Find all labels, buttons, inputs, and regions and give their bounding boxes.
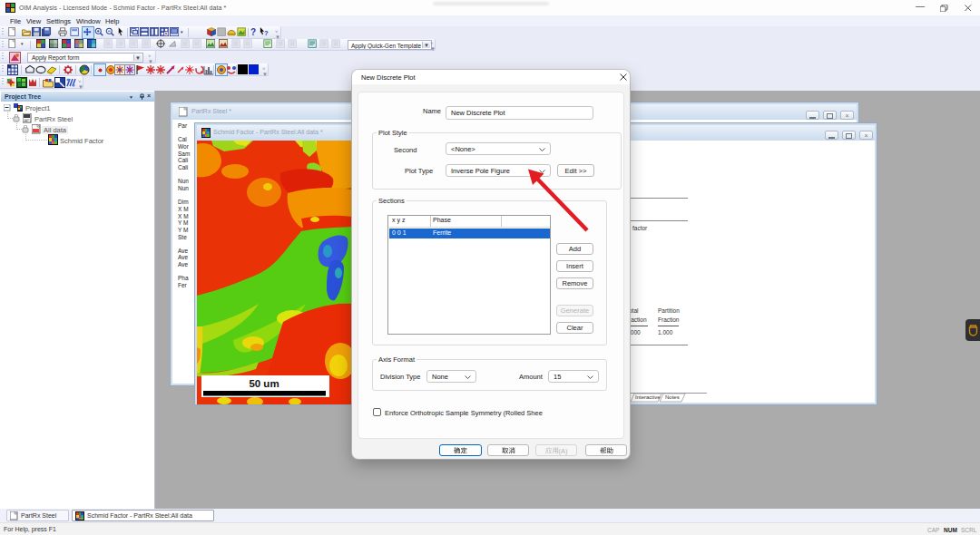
svg-text:?: ? xyxy=(264,29,269,37)
svg-text:50 um: 50 um xyxy=(249,378,279,389)
